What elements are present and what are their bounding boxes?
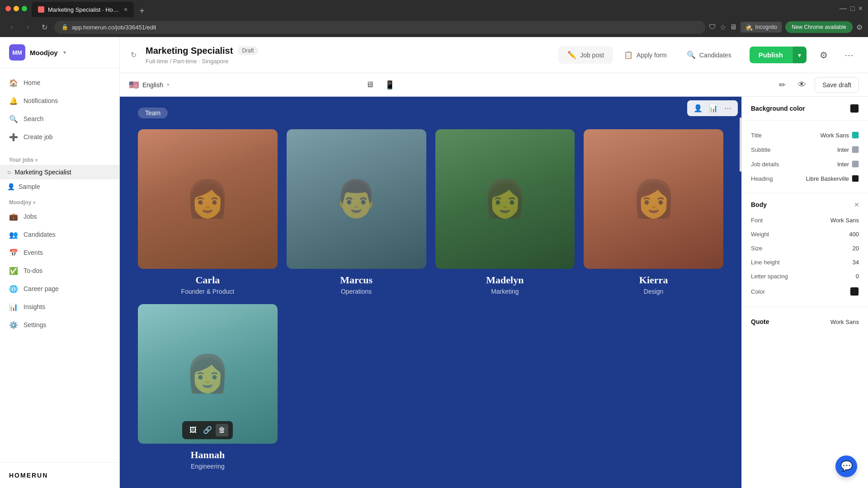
bg-color-row: Background color bbox=[751, 104, 859, 113]
heading-font-value: Libre Baskerville bbox=[806, 175, 849, 182]
tab-candidates[interactable]: 🔍 Candidates bbox=[678, 46, 741, 64]
sidebar-item-create-job[interactable]: ➕ Create job bbox=[0, 128, 119, 146]
close-icon[interactable]: × bbox=[859, 5, 863, 13]
edit-mode-btn[interactable]: ✏ bbox=[775, 78, 789, 92]
your-jobs-dropdown-icon[interactable]: ▾ bbox=[35, 158, 38, 163]
hannah-name: Hannah bbox=[190, 449, 225, 461]
apply-form-icon: 📋 bbox=[624, 51, 633, 59]
team-member-hannah: 👩 🖼 🔗 🗑 Hannah Engineering bbox=[138, 304, 278, 470]
tab-close-icon[interactable]: × bbox=[124, 6, 127, 13]
extensions-icon[interactable]: ⚙ bbox=[856, 23, 863, 32]
sidebar-item-home[interactable]: 🏠 Home bbox=[0, 74, 119, 92]
sidebar-item-settings[interactable]: ⚙️ Settings bbox=[0, 316, 119, 334]
kierra-photo: 👩 bbox=[584, 129, 723, 269]
jobs-label: Jobs bbox=[24, 213, 37, 220]
job-details-color-swatch[interactable] bbox=[852, 160, 859, 168]
chrome-update-btn[interactable]: New Chrome available bbox=[785, 21, 853, 33]
draft-badge: Draft bbox=[237, 46, 258, 55]
reload-btn[interactable]: ↻ bbox=[38, 21, 51, 33]
app-topbar: ↻ Marketing Specialist Draft Full-time /… bbox=[120, 37, 868, 73]
canvas-more-btn[interactable]: ⋯ bbox=[722, 102, 733, 114]
heading-value-group: Libre Baskerville bbox=[806, 175, 859, 182]
marcus-role: Operations bbox=[341, 288, 372, 295]
company-avatar: MM bbox=[9, 44, 25, 61]
body-close-btn[interactable]: × bbox=[854, 201, 859, 209]
maximize-window-btn[interactable] bbox=[22, 6, 27, 11]
minimize-icon[interactable]: — bbox=[840, 5, 847, 13]
subtitle-color-swatch[interactable] bbox=[852, 146, 859, 153]
hannah-photo-container: 👩 🖼 🔗 🗑 bbox=[138, 304, 278, 444]
title-label: Title bbox=[751, 132, 762, 139]
right-panel: Background color Title Work Sans bbox=[741, 97, 868, 488]
sidebar-item-insights[interactable]: 📊 Insights bbox=[0, 298, 119, 316]
language-selector[interactable]: 🇺🇸 English ▾ bbox=[129, 80, 170, 90]
browser-toolbar: ‹ › ↻ 🔒 app.homerun.co/job/336451/edit 🛡… bbox=[0, 17, 868, 37]
sidebar-item-todos[interactable]: ✅ To-dos bbox=[0, 262, 119, 280]
avatar-text: MM bbox=[12, 49, 22, 56]
body-size-row: Size 20 bbox=[751, 241, 859, 255]
job-details-label: Job details bbox=[751, 161, 779, 168]
back-btn[interactable]: ‹ bbox=[5, 21, 18, 33]
sidebar: MM Moodjoy ▾ 🏠 Home 🔔 Notifications 🔍 Se… bbox=[0, 37, 120, 488]
company-nav-label: Moodjoy ▾ bbox=[0, 194, 119, 207]
publish-btn[interactable]: Publish bbox=[750, 47, 792, 63]
active-tab[interactable]: Marketing Specialist · Homerun × bbox=[32, 2, 134, 17]
sample-icon: 👤 bbox=[7, 183, 15, 190]
incognito-label: Incognito bbox=[755, 24, 778, 30]
carla-photo: 👩 bbox=[138, 129, 278, 269]
body-size-label: Size bbox=[751, 245, 762, 252]
company-name: Moodjoy bbox=[30, 49, 58, 56]
minimize-window-btn[interactable] bbox=[14, 6, 19, 11]
title-value-group: Work Sans bbox=[821, 131, 859, 139]
subtitle-font-value: Inter bbox=[837, 146, 849, 153]
refresh-btn[interactable]: ↻ bbox=[131, 51, 137, 59]
photo-link-btn[interactable]: 🔗 bbox=[201, 424, 214, 436]
publish-arrow-btn[interactable]: ▾ bbox=[792, 47, 807, 63]
more-menu-btn[interactable]: ⋯ bbox=[841, 47, 857, 63]
new-tab-btn[interactable]: + bbox=[136, 5, 148, 17]
sidebar-item-candidates[interactable]: 👥 Candidates bbox=[0, 225, 119, 244]
sidebar-item-jobs[interactable]: 💼 Jobs bbox=[0, 207, 119, 225]
photo-image-btn[interactable]: 🖼 bbox=[187, 424, 199, 436]
sidebar-item-notifications[interactable]: 🔔 Notifications bbox=[0, 92, 119, 110]
bg-color-label: Background color bbox=[751, 105, 805, 112]
desktop-view-btn[interactable]: 🖥 bbox=[361, 77, 378, 93]
view-mode-btn[interactable]: 👁 bbox=[795, 78, 809, 92]
body-color-row: Color bbox=[751, 283, 859, 300]
forward-btn[interactable]: › bbox=[22, 21, 34, 33]
hannah-avatar-placeholder: 👩 bbox=[185, 352, 230, 395]
star-icon[interactable]: ☆ bbox=[720, 23, 726, 32]
tab-apply-form[interactable]: 📋 Apply form bbox=[615, 46, 676, 64]
sidebar-item-marketing-specialist[interactable]: ○ Marketing Specialist bbox=[0, 165, 119, 179]
job-title-area: Marketing Specialist Draft Full-time / P… bbox=[146, 46, 549, 65]
company-dropdown-arrow[interactable]: ▾ bbox=[33, 200, 35, 205]
quote-label: Quote bbox=[751, 318, 769, 325]
cast-icon[interactable]: 🖥 bbox=[730, 23, 737, 31]
heading-color-swatch[interactable] bbox=[852, 175, 859, 182]
sidebar-item-career-page[interactable]: 🌐 Career page bbox=[0, 280, 119, 298]
sidebar-item-sample[interactable]: 👤 Sample bbox=[0, 179, 119, 194]
chat-button[interactable]: 💬 bbox=[835, 455, 857, 477]
save-draft-btn[interactable]: Save draft bbox=[815, 77, 859, 93]
mobile-view-btn[interactable]: 📱 bbox=[380, 77, 399, 93]
bg-color-swatch[interactable] bbox=[850, 104, 859, 113]
sidebar-item-events[interactable]: 📅 Events bbox=[0, 244, 119, 262]
maximize-icon[interactable]: □ bbox=[850, 5, 855, 13]
company-dropdown-icon[interactable]: ▾ bbox=[63, 49, 66, 56]
language-label: English bbox=[142, 81, 163, 89]
topbar-tabs: ✏️ Job post 📋 Apply form 🔍 Candidates bbox=[558, 46, 741, 64]
homerun-logo: HOMERUN bbox=[9, 472, 110, 479]
canvas-user-icon-btn[interactable]: 👤 bbox=[692, 102, 704, 114]
url-bar[interactable]: 🔒 app.homerun.co/job/336451/edit bbox=[54, 21, 705, 34]
close-window-btn[interactable] bbox=[5, 6, 11, 11]
photo-delete-btn[interactable]: 🗑 bbox=[216, 424, 228, 436]
company-nav-section: Moodjoy ▾ 💼 Jobs 👥 Candidates 📅 Events ✅… bbox=[0, 194, 119, 334]
sidebar-item-search[interactable]: 🔍 Search bbox=[0, 110, 119, 128]
tab-job-post[interactable]: ✏️ Job post bbox=[558, 46, 613, 64]
team-tag: Team bbox=[138, 108, 168, 118]
canvas-chart-icon-btn[interactable]: 📊 bbox=[707, 102, 720, 114]
title-color-swatch[interactable] bbox=[852, 131, 859, 139]
body-color-swatch[interactable] bbox=[850, 287, 859, 296]
settings-btn[interactable]: ⚙ bbox=[816, 47, 832, 63]
job-title-text: Marketing Specialist bbox=[146, 46, 233, 56]
